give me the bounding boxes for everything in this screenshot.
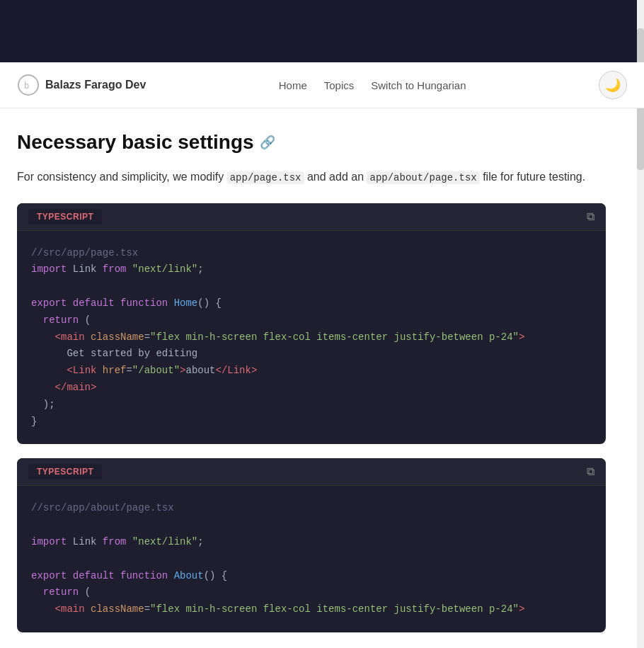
code-lang-label-1: TYPESCRIPT: [28, 209, 102, 224]
copy-button-2[interactable]: ⧉: [587, 465, 594, 478]
heading-text: Necessary basic settings: [17, 131, 254, 154]
moon-icon: 🌙: [605, 77, 621, 93]
nav-home[interactable]: Home: [279, 79, 307, 91]
code-block-2: TYPESCRIPT ⧉ //src/app/about/page.tsx im…: [17, 458, 606, 632]
brand-name[interactable]: Balazs Farago Dev: [45, 79, 146, 91]
main-content: Necessary basic settings 🔗 For consisten…: [0, 108, 623, 648]
nav-topics[interactable]: Topics: [324, 79, 355, 91]
svg-text:b: b: [24, 81, 29, 91]
section-heading: Necessary basic settings 🔗: [17, 131, 606, 154]
dark-section-bar: [0, 0, 644, 62]
heading-link-icon[interactable]: 🔗: [260, 135, 275, 150]
logo-icon: b: [17, 74, 40, 96]
section-description: For consistency and simplicity, we modif…: [17, 168, 606, 186]
code-body-1: //src/app/page.tsx import Link from "nex…: [17, 231, 606, 445]
code-body-2: //src/app/about/page.tsx import Link fro…: [17, 486, 606, 632]
navbar-nav: Home Topics Switch to Hungarian: [279, 79, 466, 91]
code-block-1: TYPESCRIPT ⧉ //src/app/page.tsx import L…: [17, 203, 606, 445]
copy-button-1[interactable]: ⧉: [587, 210, 594, 223]
theme-toggle-button[interactable]: 🌙: [599, 71, 627, 99]
navbar-brand-area: b Balazs Farago Dev: [17, 74, 146, 96]
code-block-1-header: TYPESCRIPT ⧉: [17, 203, 606, 231]
code-block-2-header: TYPESCRIPT ⧉: [17, 458, 606, 486]
navbar: b Balazs Farago Dev Home Topics Switch t…: [0, 62, 644, 108]
code-lang-label-2: TYPESCRIPT: [28, 464, 102, 479]
nav-language-switch[interactable]: Switch to Hungarian: [371, 79, 466, 91]
